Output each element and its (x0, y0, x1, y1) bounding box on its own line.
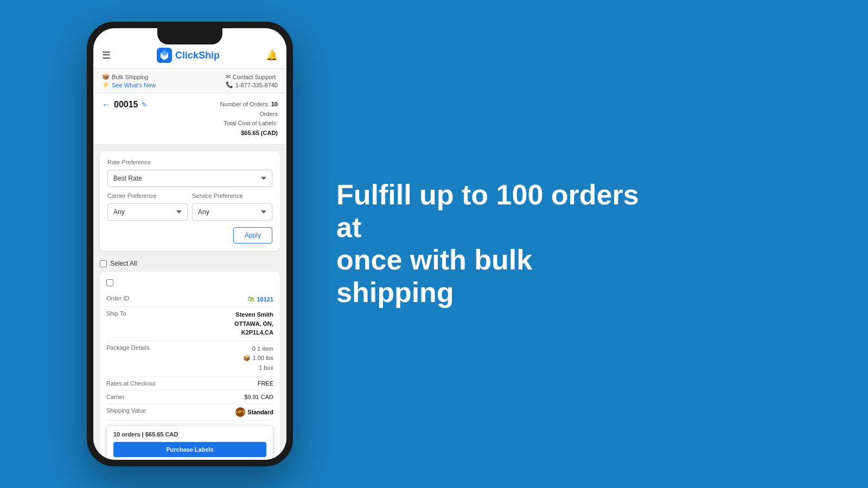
logo-area: ClickShip (157, 48, 220, 63)
carrier-row: Carrier $9.91 CAD (106, 390, 273, 404)
carrier-col: Carrier Preference Any UPS FedEx Canada … (107, 192, 188, 221)
shipping-value-row: Shipping Value UPS Standard (106, 404, 273, 421)
apply-btn-area: Apply (107, 227, 272, 243)
toolbar-right: ✉ Contact Support 📞 1-877-335-8740 (226, 73, 278, 88)
carrier-preference-label: Carrier Preference (107, 192, 188, 199)
promo-headline: Fulfill up to 100 orders at once with bu… (336, 179, 640, 309)
pkg-icon: 📦 (243, 355, 251, 361)
num-orders-stat: Number of Orders: 10 (220, 100, 278, 110)
hamburger-icon[interactable]: ☰ (102, 49, 111, 61)
order-id-field-label: Order ID (106, 295, 161, 301)
contact-support-label: Contact Support (233, 74, 276, 80)
logo-text: ClickShip (175, 50, 220, 61)
rate-preference-select[interactable]: Best Rate Cheapest Fastest (107, 170, 272, 187)
contact-support[interactable]: ✉ Contact Support (226, 73, 278, 80)
phone-notch (157, 28, 222, 44)
shipping-carrier-value: UPS Standard (235, 407, 273, 417)
phone-screen: ☰ ClickShip 🔔 📦 Bulk Shipping ⚡ (93, 28, 286, 460)
promo-text-area: Fulfill up to 100 orders at once with bu… (293, 179, 868, 309)
see-whats-new[interactable]: ⚡ See What's New (102, 81, 156, 88)
purchase-labels-button[interactable]: Purchase Labels (113, 442, 266, 457)
bulk-shipping-icon: 📦 (102, 73, 110, 80)
toolbar: 📦 Bulk Shipping ⚡ See What's New ✉ Conta… (93, 69, 286, 93)
rates-checkout-label: Rates at Checkout (106, 380, 161, 387)
total-cost-label: Total Cost of Labels: (220, 119, 278, 129)
service-preference-select[interactable]: Any Standard Express Priority (192, 203, 272, 221)
spark-icon: ⚡ (102, 81, 110, 88)
shipping-value-label: Shipping Value (106, 407, 161, 414)
order-card-header (106, 278, 273, 286)
package-details-label: Package Details (106, 344, 161, 351)
service-preference-label: Service Preference (192, 192, 272, 199)
num-orders-suffix: Orders (220, 110, 278, 119)
select-all-checkbox[interactable] (100, 260, 107, 267)
edit-icon[interactable]: ✎ (142, 101, 147, 108)
rates-checkout-row: Rates at Checkout FREE (106, 377, 273, 390)
order-stats: Number of Orders: 10 Orders Total Cost o… (220, 100, 278, 138)
total-cost-value: $65.65 (CAD) (220, 129, 278, 138)
ups-icon: UPS (235, 407, 245, 417)
order-number: 00015 (114, 100, 138, 110)
order-card: Order ID 🛍 10121 Ship To Steven Smith OT… (100, 272, 280, 460)
purchase-tooltip: 10 orders | $65.65 CAD Purchase Labels (106, 425, 273, 460)
order-id-row: Order ID 🛍 10121 (106, 292, 273, 307)
phone-mockup: ☰ ClickShip 🔔 📦 Bulk Shipping ⚡ (87, 22, 293, 466)
carrier-field-label: Carrier (106, 394, 161, 400)
service-col: Service Preference Any Standard Express … (192, 192, 272, 221)
logo-svg (157, 48, 172, 63)
carrier-service-row: Carrier Preference Any UPS FedEx Canada … (107, 192, 272, 221)
order-id-field-value: 🛍 10121 (247, 295, 273, 303)
rate-preference-card: Rate Preference Best Rate Cheapest Faste… (100, 151, 280, 251)
purchase-tooltip-title: 10 orders | $65.65 CAD (113, 431, 266, 438)
package-details-row: Package Details 0 1 item 📦 1.00 lbs 1 bo… (106, 341, 273, 377)
order-id-area: ← 00015 ✎ (102, 100, 147, 110)
promo-headline-line2: once with bulk shipping (336, 244, 532, 308)
select-all-label[interactable]: Select All (100, 260, 137, 267)
ship-to-label: Ship To (106, 310, 161, 317)
package-details-value: 0 1 item 📦 1.00 lbs 1 box (243, 344, 273, 373)
select-all-row: Select All (93, 255, 286, 272)
order-card-checkbox[interactable] (106, 279, 113, 286)
phone-number-text: 1-877-335-8740 (235, 82, 278, 88)
purchase-area: 10 orders | $65.65 CAD Purchase Labels (106, 425, 273, 460)
rates-checkout-value: FREE (258, 380, 273, 387)
back-arrow-icon[interactable]: ← (102, 100, 111, 110)
order-header: ← 00015 ✎ Number of Orders: 10 Orders To… (93, 93, 286, 145)
ship-to-value: Steven Smith OTTAWA, ON, K2P1L4,CA (234, 310, 273, 337)
bulk-shipping-link[interactable]: 📦 Bulk Shipping (102, 73, 156, 80)
carrier-preference-select[interactable]: Any UPS FedEx Canada Post (107, 203, 188, 221)
ship-to-row: Ship To Steven Smith OTTAWA, ON, K2P1L4,… (106, 307, 273, 341)
rate-preference-label: Rate Preference (107, 159, 272, 165)
shopify-icon: 🛍 (247, 295, 254, 303)
main-content: Rate Preference Best Rate Cheapest Faste… (93, 145, 286, 460)
see-whats-new-label: See What's New (112, 82, 156, 88)
phone-number-row: 📞 1-877-335-8740 (226, 81, 278, 88)
bell-icon[interactable]: 🔔 (266, 49, 278, 61)
promo-headline-line1: Fulfill up to 100 orders at (336, 179, 639, 243)
bulk-shipping-label: Bulk Shipping (112, 74, 148, 80)
envelope-icon: ✉ (226, 73, 231, 80)
toolbar-left: 📦 Bulk Shipping ⚡ See What's New (102, 73, 156, 88)
apply-button[interactable]: Apply (233, 227, 272, 243)
phone-icon: 📞 (226, 81, 233, 88)
carrier-field-value: $9.91 CAD (244, 394, 273, 400)
